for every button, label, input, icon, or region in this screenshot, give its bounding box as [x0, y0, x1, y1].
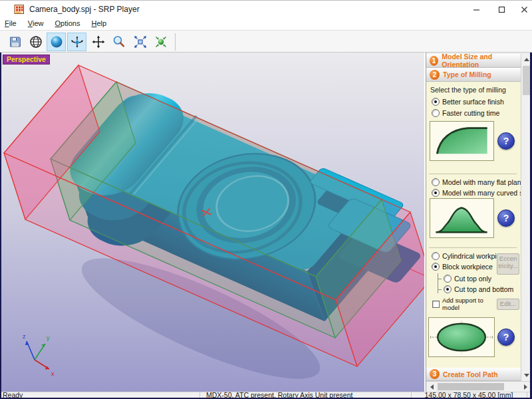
- minimize-icon: [473, 6, 480, 13]
- radio-dot[interactable]: [444, 275, 452, 283]
- close-icon: [521, 6, 528, 13]
- step-1-badge: 1: [430, 56, 438, 66]
- edit-button[interactable]: Edit...: [497, 299, 519, 310]
- radio-dot[interactable]: [432, 98, 440, 106]
- panel-horizontal-scrollbar[interactable]: [426, 381, 531, 392]
- eccentricity-button[interactable]: Eccen tricity...: [497, 253, 519, 275]
- scroll-left-button[interactable]: [426, 382, 436, 392]
- shaded-view-button[interactable]: [47, 33, 66, 51]
- window-border-left: [0, 53, 1, 399]
- menu-file[interactable]: File: [0, 18, 21, 29]
- magnifier-icon: [112, 35, 126, 49]
- title-bar: Camera_body.spj - SRP Player: [0, 1, 532, 18]
- radio-block-workpiece[interactable]: Block workpiece: [432, 263, 493, 271]
- tree-line: [438, 289, 442, 290]
- rotate-view-button[interactable]: [67, 33, 86, 51]
- fit-to-screen-icon: [133, 35, 148, 49]
- radio-dot[interactable]: [432, 263, 440, 271]
- menu-view[interactable]: View: [23, 18, 49, 29]
- radio-dot[interactable]: [432, 252, 440, 260]
- srp-player-window: Camera_body.spj - SRP Player File View O…: [0, 0, 532, 399]
- fit-to-screen-button[interactable]: [130, 33, 150, 51]
- toolbar: [0, 30, 532, 53]
- axis-z-label: z: [23, 333, 26, 340]
- step-2-badge: 2: [430, 70, 440, 80]
- tree-line: [438, 273, 438, 293]
- step-3-title: Create Tool Path: [443, 370, 498, 378]
- save-button[interactable]: [5, 33, 25, 51]
- checkbox-add-support[interactable]: Add support to model: [432, 297, 493, 312]
- step-3-badge: 3: [430, 369, 440, 379]
- toolbar-separator: [175, 33, 176, 51]
- pan-view-button[interactable]: [88, 33, 108, 51]
- 3d-scene[interactable]: [1, 53, 424, 392]
- step-1-title: Model Size and Orientation: [442, 53, 521, 68]
- horizontal-scroll-thumb[interactable]: [438, 383, 504, 390]
- radio-many-curved-surfaces[interactable]: Model with many curved surfaces: [432, 189, 521, 197]
- tree-line: [438, 279, 442, 279]
- radio-faster-cutting-time[interactable]: Faster cutting time: [432, 109, 499, 117]
- shaded-sphere-icon: [49, 35, 64, 49]
- wizard-panel: 1 Model Size and Orientation 2 Type of M…: [426, 53, 530, 392]
- curved-surface-illustration: [430, 198, 494, 238]
- panel-vertical-scrollbar[interactable]: [521, 54, 531, 381]
- window-title: Camera_body.spj - SRP Player: [29, 5, 140, 14]
- axis-x-label: x: [51, 370, 55, 377]
- help-button-model-type[interactable]: ?: [497, 209, 515, 227]
- type-of-milling-pane: Select the type of milling Better surfac…: [426, 82, 521, 368]
- rotate-icon: [70, 35, 84, 49]
- help-button-workpiece[interactable]: ?: [497, 329, 515, 346]
- projection-label: Perspective: [3, 55, 50, 65]
- pan-icon: [91, 35, 106, 49]
- save-icon: [8, 35, 23, 49]
- scroll-right-button[interactable]: [521, 382, 531, 392]
- help-button-finish[interactable]: ?: [497, 132, 515, 150]
- vertical-scroll-thumb[interactable]: [523, 66, 530, 95]
- scroll-down-icon: [524, 374, 529, 380]
- axis-y-label: y: [47, 334, 50, 341]
- menu-bar: File View Options Help: [0, 18, 532, 30]
- divider: [429, 247, 517, 248]
- surface-finish-illustration: [430, 121, 494, 161]
- step-header-type-of-milling[interactable]: 2 Type of Milling: [426, 68, 521, 82]
- radio-dot[interactable]: [432, 109, 440, 117]
- viewport: Perspective z y x: [1, 53, 424, 392]
- radio-cut-top-only[interactable]: Cut top only: [444, 275, 491, 283]
- wireframe-globe-button[interactable]: [26, 33, 45, 51]
- zoom-view-button[interactable]: [109, 33, 128, 51]
- zoom-to-model-button[interactable]: [151, 33, 170, 51]
- block-workpiece-illustration: [428, 317, 495, 357]
- wireframe-globe-icon: [29, 35, 43, 49]
- step-header-create-tool-path[interactable]: 3 Create Tool Path: [426, 368, 521, 381]
- close-button[interactable]: [509, 1, 532, 18]
- divider: [429, 174, 517, 174]
- radio-dot[interactable]: [432, 178, 440, 186]
- menu-help[interactable]: Help: [87, 18, 112, 29]
- scroll-left-icon: [428, 384, 434, 390]
- radio-dot[interactable]: [432, 189, 440, 197]
- radio-cut-top-and-bottom[interactable]: Cut top and bottom: [444, 285, 513, 293]
- radio-many-flat-planes[interactable]: Model with many flat planes: [432, 178, 521, 186]
- scroll-right-icon: [524, 384, 530, 390]
- milling-prompt: Select the type of milling: [430, 86, 506, 94]
- scroll-up-icon: [524, 55, 529, 61]
- zoom-to-model-icon: [154, 35, 168, 49]
- radio-dot[interactable]: [444, 285, 452, 293]
- checkbox-box[interactable]: [432, 301, 440, 308]
- step-header-model-size[interactable]: 1 Model Size and Orientation: [426, 54, 521, 68]
- app-icon: [14, 4, 25, 15]
- step-2-title: Type of Milling: [443, 70, 491, 78]
- axis-triad: z y x: [15, 329, 57, 377]
- menu-options[interactable]: Options: [51, 18, 85, 29]
- maximize-icon: [498, 6, 505, 13]
- radio-better-surface-finish[interactable]: Better surface finish: [432, 98, 504, 106]
